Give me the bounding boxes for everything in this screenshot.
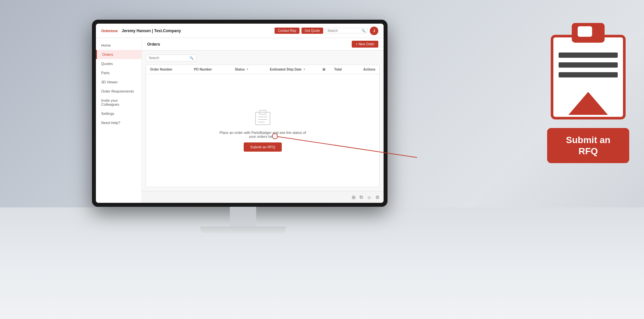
settings-icon[interactable]: ⚙ <box>375 195 380 200</box>
sidebar-item-home[interactable]: Home <box>96 41 142 50</box>
main-header: Orders + New Order <box>142 38 384 51</box>
app-header: Ordertone Jeremy Hansen | Test.Company C… <box>96 24 384 38</box>
get-quote-button[interactable]: Get Quote <box>301 28 323 34</box>
clipboard-graphic <box>549 23 628 121</box>
monitor-screen: Ordertone Jeremy Hansen | Test.Company C… <box>96 24 384 203</box>
user-title: Jeremy Hansen | Test.Company <box>122 29 271 33</box>
monitor-stand-neck <box>230 207 256 226</box>
submit-rfq-button[interactable]: Submit an RFQ <box>244 142 282 152</box>
new-order-button[interactable]: + New Order <box>352 41 378 48</box>
empty-state-icon <box>253 110 273 127</box>
table-search-input[interactable] <box>149 56 188 60</box>
col-status-label: Status <box>235 68 245 71</box>
header-buttons: Contact Rep Get Quote 🔍 J <box>275 27 378 35</box>
table-header: Order Number PO Number Status ▼ Estimate… <box>146 65 379 74</box>
contact-rep-button[interactable]: Contact Rep <box>275 28 300 34</box>
svg-rect-10 <box>559 72 618 77</box>
col-filter[interactable]: ⊞ <box>322 68 334 71</box>
col-ship-date[interactable]: Estimated Ship Date ▼ <box>270 68 322 71</box>
avatar[interactable]: J <box>370 27 378 35</box>
sidebar-item-orders[interactable]: Orders <box>96 50 142 59</box>
col-ship-date-label: Estimated Ship Date <box>270 68 302 71</box>
col-po-number: PO Number <box>194 68 235 71</box>
bottom-bar: ⊞ ⧉ ☺ ⚙ <box>142 191 384 203</box>
orders-table: Order Number PO Number Status ▼ Estimate… <box>146 65 380 187</box>
annotation-panel: Submit an RFQ <box>545 23 631 163</box>
status-sort-icon[interactable]: ▼ <box>246 68 249 71</box>
ship-sort-icon[interactable]: ▼ <box>303 68 305 71</box>
app-body: Home Orders Quotes Parts 3D Viewer Order… <box>96 38 384 203</box>
svg-rect-7 <box>578 26 592 37</box>
global-search-input[interactable] <box>327 29 360 32</box>
main-content: Orders + New Order 🔍 <box>142 38 384 203</box>
svg-rect-9 <box>559 62 618 68</box>
search-icon: 🔍 <box>362 29 366 32</box>
copy-icon[interactable]: ⧉ <box>360 194 363 200</box>
col-actions: Actions <box>363 68 375 71</box>
table-search[interactable]: 🔍 <box>146 54 196 61</box>
sidebar-item-parts[interactable]: Parts <box>96 68 142 77</box>
col-status[interactable]: Status ▼ <box>235 68 270 71</box>
emoji-icon[interactable]: ☺ <box>367 195 371 200</box>
global-search[interactable]: 🔍 <box>325 28 368 33</box>
col-order-number: Order Number <box>150 68 194 71</box>
sidebar-item-quotes[interactable]: Quotes <box>96 59 142 68</box>
col-total: Total <box>334 68 363 71</box>
table-search-icon: 🔍 <box>189 56 193 60</box>
monitor-bezel: Ordertone Jeremy Hansen | Test.Company C… <box>92 20 388 207</box>
empty-state: Place an order with PartsBadger and see … <box>146 74 379 187</box>
empty-state-message: Place an order with PartsBadger and see … <box>217 131 309 138</box>
table-search-row: 🔍 <box>146 54 380 61</box>
sidebar-item-invite-colleagues[interactable]: Invite your Colleagues <box>96 96 142 109</box>
monitor: Ordertone Jeremy Hansen | Test.Company C… <box>92 20 394 230</box>
submit-rfq-annotation: Submit an RFQ <box>547 128 629 163</box>
sidebar-item-need-help[interactable]: Need Help? <box>96 118 142 127</box>
sidebar-item-3d-viewer[interactable]: 3D Viewer <box>96 77 142 87</box>
brand-logo: Ordertone <box>101 29 118 33</box>
filter-icon[interactable]: ⊞ <box>322 68 325 71</box>
sidebar-item-settings[interactable]: Settings <box>96 109 142 118</box>
sidebar: Home Orders Quotes Parts 3D Viewer Order… <box>96 38 142 203</box>
grid-icon[interactable]: ⊞ <box>352 195 356 200</box>
svg-rect-8 <box>559 53 618 58</box>
page-title: Orders <box>147 42 160 47</box>
content-area: 🔍 Order Number PO Number Status ▼ <box>142 51 384 191</box>
sidebar-item-order-requirements[interactable]: Order Requirements <box>96 87 142 96</box>
monitor-stand-base <box>200 226 286 233</box>
